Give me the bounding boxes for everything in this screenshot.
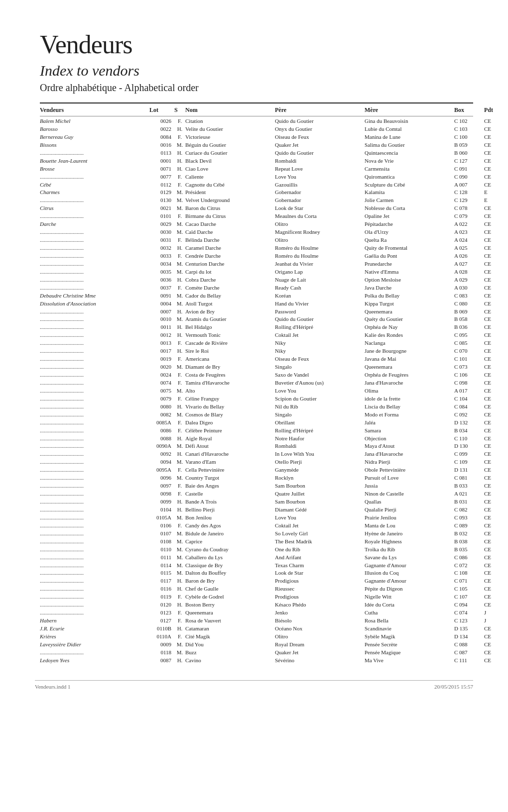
table-row: ................................ 0106 F.… [40, 522, 473, 530]
cell-nom: Cavino [185, 657, 275, 665]
cell-nom: Alto [185, 387, 275, 395]
table-row: ................................ 0035 M.… [40, 268, 473, 276]
cell-lot: 0013 [149, 339, 174, 347]
cell-vendeur: Brosse [40, 165, 149, 173]
cell-mere: Quéty du Goutier [365, 315, 454, 323]
cell-box: C 070 [454, 347, 484, 355]
cell-pdt: CE [484, 117, 504, 125]
cell-pere: Hand du Vivier [275, 300, 365, 308]
table-row: ................................ 0030 M.… [40, 228, 473, 236]
cell-nom: Vermouth Tonic [185, 331, 275, 339]
cell-vendeur: ................................ [40, 435, 149, 443]
table-row: ................................ 0111 M.… [40, 554, 473, 562]
cell-box: C 099 [454, 450, 484, 458]
table-row: ................................ 0012 H.… [40, 331, 473, 339]
cell-mere: Nova de Vrie [365, 157, 454, 165]
cell-s: M. [174, 228, 185, 236]
cell-pdt: CE [484, 355, 504, 363]
cell-s: M. [174, 141, 185, 149]
cell-nom: Diamant de Bry [185, 363, 275, 371]
cell-lot: 0099 [149, 498, 174, 506]
cell-mere: Quiromantica [365, 173, 454, 181]
cell-lot: 0130 [149, 197, 174, 204]
cell-vendeur: ................................ [40, 530, 149, 538]
cell-nom: Cobra Darche [185, 276, 275, 284]
cell-pere: Jenko [275, 609, 365, 617]
cell-mere: Jane de Bourgogne [365, 347, 454, 355]
cell-lot: 0021 [149, 204, 174, 212]
cell-lot: 0096 [149, 474, 174, 482]
cell-lot: 0110 [149, 546, 174, 554]
cell-nom: Aramis du Goutier [185, 315, 275, 323]
cell-lot: 0112 [149, 181, 174, 189]
cell-pdt: CE [484, 498, 504, 506]
cell-lot: 0079 [149, 395, 174, 403]
cell-nom: Cybèle de Godrel [185, 593, 275, 601]
cell-s: H. [174, 165, 185, 173]
cell-pdt: CE [484, 403, 504, 411]
cell-vendeur: Balem Michel [40, 117, 149, 125]
cell-s: F. [174, 379, 185, 387]
cell-vendeur: ................................ [40, 474, 149, 482]
cell-s: H. [174, 149, 185, 157]
cell-box: C 072 [454, 562, 484, 570]
cell-box: C 107 [454, 593, 484, 601]
cell-pere: Rombaldi [275, 157, 365, 165]
cell-pdt: CE [484, 450, 504, 458]
cell-box: B 036 [454, 323, 484, 331]
table-row: ................................ 0010 M.… [40, 315, 473, 323]
cell-pere: Look de Star [275, 204, 365, 212]
cell-nom: Vivario du Bellay [185, 403, 275, 411]
table-row: ................................ 0101 F.… [40, 212, 473, 220]
cell-pdt: CE [484, 427, 504, 435]
cell-pdt: CE [484, 419, 504, 427]
cell-box: C 092 [454, 411, 484, 419]
cell-mere: Ola d'Urzy [365, 228, 454, 236]
cell-vendeur: ................................ [40, 197, 149, 204]
cell-s: M. [174, 538, 185, 546]
cell-nom: Did You [185, 641, 275, 649]
cell-mere: Opaline Jet [365, 212, 454, 220]
table-row: Cébé 0112 F. Cagnotte du Cébé Gazouillis… [40, 181, 473, 189]
cell-vendeur: ................................ [40, 601, 149, 609]
cell-vendeur: Debaudre Christine Mme [40, 292, 149, 300]
cell-s: M. [174, 300, 185, 308]
cell-lot: 0011 [149, 323, 174, 331]
cell-nom: Varano d'Eam [185, 458, 275, 466]
cell-vendeur: ................................ [40, 403, 149, 411]
cell-nom: Buzz [185, 649, 275, 657]
cell-lot: 0088 [149, 435, 174, 443]
table-row: Laveyssière Didier 0009 M. Did You Royal… [40, 641, 473, 649]
cell-pere: Notre Haufor [275, 435, 365, 443]
cell-pere: Love You [275, 173, 365, 181]
cell-box: C 101 [454, 355, 484, 363]
cell-mere: Troïka du Rib [365, 546, 454, 554]
cell-s: F. [174, 522, 185, 530]
cell-pdt: CE [484, 466, 504, 474]
cell-lot: 0087 [149, 657, 174, 665]
cell-box: C 073 [454, 363, 484, 371]
cell-nom: Caïd Darche [185, 228, 275, 236]
cell-lot: 0116 [149, 585, 174, 593]
cell-pere: Prodigious [275, 593, 365, 601]
cell-nom: Caramel Darche [185, 244, 275, 252]
cell-lot: 0097 [149, 482, 174, 490]
cell-lot: 0071 [149, 165, 174, 173]
table-row: ................................ 0020 M.… [40, 363, 473, 371]
cell-lot: 0127 [149, 617, 174, 625]
table-row: ................................ 0096 M.… [40, 474, 473, 482]
table-row: Debaudre Christine Mme 0091 M. Cador du … [40, 292, 473, 300]
cell-pere: Olitro [275, 633, 365, 641]
col-header-nom: Nom [185, 106, 275, 114]
cell-box: C 105 [454, 585, 484, 593]
cell-pere: Love You [275, 514, 365, 522]
table-row: ................................ 0104 H.… [40, 506, 473, 514]
cell-mere: Salima du Goutier [365, 141, 454, 149]
cell-box: C 071 [454, 577, 484, 585]
cell-mere: Pursuit of Love [365, 474, 454, 482]
cell-vendeur: ................................ [40, 442, 149, 450]
cell-s: F. [174, 593, 185, 601]
cell-box: C 129 [454, 197, 484, 204]
table-row: ................................ 0116 H.… [40, 585, 473, 593]
cell-mere: Modo et Forma [365, 411, 454, 419]
